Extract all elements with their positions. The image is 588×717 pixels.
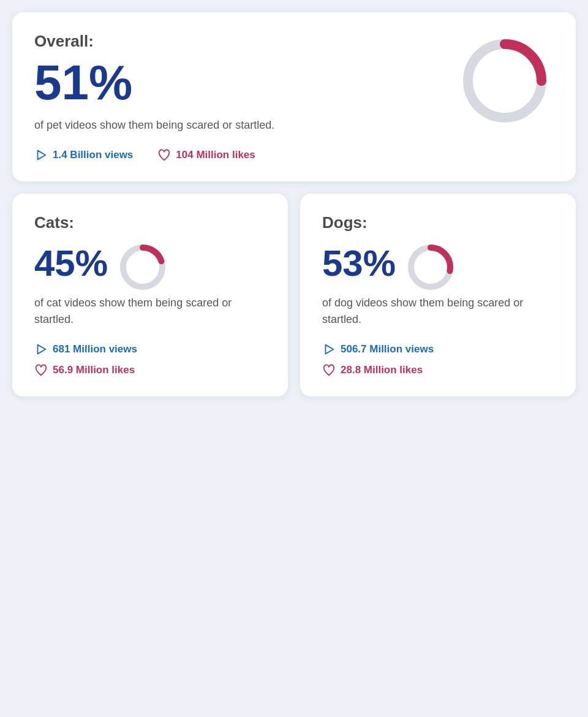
cats-description: of cat videos show them being scared or … (34, 295, 266, 328)
cats-card: Cats: 45% of cat videos show them being … (12, 194, 288, 396)
heart-icon (157, 148, 171, 162)
cats-views-stat: 681 Million views (34, 343, 266, 356)
dogs-views-stat: 506.7 Million views (322, 343, 554, 356)
dogs-description: of dog videos show them being scared or … (322, 295, 554, 328)
dogs-views-label: 506.7 Million views (341, 343, 434, 355)
overall-likes-stat: 104 Million likes (157, 148, 255, 162)
svg-marker-0 (38, 151, 46, 160)
svg-marker-8 (326, 345, 334, 354)
dogs-label: Dogs: (322, 213, 554, 232)
play-icon-cats (34, 343, 48, 356)
cats-label: Cats: (34, 213, 266, 232)
cats-percent: 45% (34, 245, 108, 282)
cats-likes-stat: 56.9 Million likes (34, 363, 266, 377)
heart-icon-dogs (322, 363, 336, 377)
overall-likes-label: 104 Million likes (176, 149, 255, 161)
dogs-likes-stat: 28.8 Million likes (322, 363, 554, 377)
play-icon-dogs (322, 343, 336, 356)
dogs-percent: 53% (322, 245, 396, 282)
cats-likes-label: 56.9 Million likes (53, 364, 135, 376)
cats-donut (115, 240, 170, 295)
overall-views-stat: 1.4 Billion views (34, 148, 133, 162)
dogs-card: Dogs: 53% of dog videos show them being … (300, 194, 576, 396)
play-icon (34, 148, 48, 162)
overall-label: Overall: (34, 32, 456, 51)
svg-marker-5 (38, 345, 46, 354)
overall-donut (456, 32, 554, 130)
overall-percent: 51% (34, 58, 456, 107)
overall-card: Overall: 51% of pet videos show them bei… (12, 12, 576, 181)
dogs-likes-label: 28.8 Million likes (341, 364, 423, 376)
overall-views-label: 1.4 Billion views (53, 149, 133, 161)
heart-icon-cats (34, 363, 48, 377)
overall-donut-container (456, 32, 554, 130)
bottom-row: Cats: 45% of cat videos show them being … (12, 194, 576, 396)
dogs-donut (403, 240, 458, 295)
cats-views-label: 681 Million views (53, 343, 137, 355)
overall-description: of pet videos show them being scared or … (34, 117, 456, 134)
